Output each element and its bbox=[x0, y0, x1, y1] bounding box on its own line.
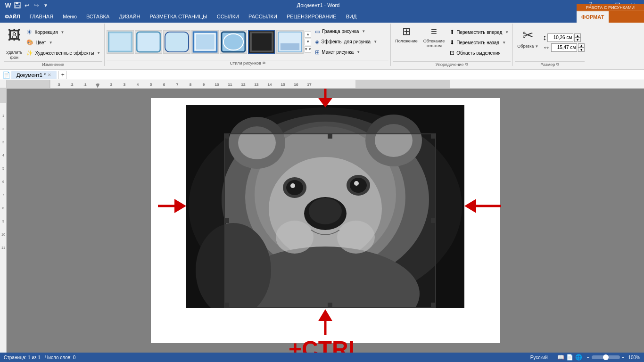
height-spin-down[interactable]: ▼ bbox=[574, 38, 581, 42]
style-thumb-4[interactable] bbox=[191, 30, 219, 54]
doc-tab[interactable]: Документ1 * ✕ bbox=[11, 71, 57, 79]
save-button[interactable] bbox=[13, 1, 22, 9]
tab-references[interactable]: ССЫЛКИ bbox=[212, 10, 244, 23]
pic-style-btns: ▭ Граница рисунка ▼ ◈ Эффекты для рисунк… bbox=[313, 26, 388, 58]
tab-insert[interactable]: ВСТАВКА bbox=[82, 10, 114, 23]
pic-styles-expand-icon[interactable]: ⧉ bbox=[263, 61, 265, 66]
customize-qat-button[interactable]: ▼ bbox=[41, 1, 50, 9]
pic-border-icon: ▭ bbox=[315, 28, 320, 35]
zoom-in-btn[interactable]: + bbox=[622, 355, 625, 360]
tab-review[interactable]: РЕЦЕНЗИРОВАНИЕ bbox=[282, 10, 341, 23]
svg-text:6: 6 bbox=[2, 180, 4, 183]
wrap-text-button[interactable]: ≡ Обтеканиетекстом bbox=[421, 24, 447, 61]
arrange-group-label: Упорядочение ⧉ bbox=[393, 61, 511, 67]
tab-layout[interactable]: РАЗМЕТКА СТРАНИЦЫ bbox=[145, 10, 212, 23]
arrange-expand-icon[interactable]: ⧉ bbox=[465, 62, 468, 67]
title-bar-left: W ↩ ↪ ▼ bbox=[4, 1, 50, 9]
arrow-right bbox=[464, 197, 502, 216]
zoom-out-btn[interactable]: − bbox=[587, 355, 590, 360]
art-effects-button[interactable]: ✨ Художественные эффекты ▼ bbox=[25, 48, 102, 58]
word-logo: W bbox=[4, 1, 12, 9]
svg-text:4: 4 bbox=[2, 154, 4, 157]
svg-point-63 bbox=[309, 198, 342, 224]
style-scroll-btns: ▲ ▼ ▼▼ bbox=[305, 31, 311, 53]
v-ruler-svg: 1 2 3 4 5 6 7 8 9 10 11 bbox=[0, 89, 7, 353]
art-effects-label: Художественные эффекты bbox=[35, 50, 94, 56]
page-scroll-area[interactable]: +CTRL bbox=[7, 89, 644, 353]
scroll-up-btn[interactable]: ▲ bbox=[305, 31, 311, 38]
koala-image bbox=[186, 105, 464, 308]
zoom-thumb bbox=[603, 354, 609, 360]
svg-text:16: 16 bbox=[294, 82, 298, 87]
doc-tab-close[interactable]: ✕ bbox=[48, 73, 51, 77]
style-thumbnails-row: ▲ ▼ ▼▼ bbox=[107, 30, 311, 54]
tab-design[interactable]: ДИЗАЙН bbox=[114, 10, 145, 23]
print-layout-btn[interactable]: 📄 bbox=[566, 354, 573, 361]
redo-button[interactable]: ↪ bbox=[32, 1, 41, 9]
help-button[interactable]: ? bbox=[586, 0, 595, 8]
pic-styles-wrapper: ▲ ▼ ▼▼ ▭ Граница рисунка ▼ ◈ Эффекты для… bbox=[107, 24, 388, 66]
scroll-down-btn[interactable]: ▼ bbox=[305, 39, 311, 45]
height-input[interactable] bbox=[547, 33, 573, 42]
style-thumb-1[interactable] bbox=[107, 30, 134, 54]
width-input[interactable] bbox=[551, 43, 577, 52]
send-backward-button[interactable]: ⬇ Переместить назад ▼ bbox=[448, 37, 511, 48]
color-button[interactable]: 🎨 Цвет ▼ bbox=[25, 37, 102, 48]
remove-bg-icon: 🖼 bbox=[8, 27, 21, 43]
size-expand-icon[interactable]: ⧉ bbox=[556, 62, 559, 67]
read-mode-btn[interactable]: 📖 bbox=[557, 354, 564, 361]
image-container[interactable] bbox=[186, 105, 464, 308]
tab-file[interactable]: ФАЙЛ bbox=[0, 10, 25, 23]
remove-bg-button[interactable]: 🖼 Удалитьфон bbox=[4, 24, 25, 61]
tab-view[interactable]: ВИД bbox=[341, 10, 362, 23]
adjust-small-btns: ☀ Коррекция ▼ 🎨 Цвет ▼ ✨ Художественные … bbox=[25, 27, 102, 58]
bring-forward-icon: ⬆ bbox=[450, 29, 454, 35]
correction-icon: ☀ bbox=[26, 28, 33, 36]
pic-effects-icon: ◈ bbox=[315, 39, 319, 45]
selection-pane-button[interactable]: ⊡ Область выделения bbox=[448, 48, 511, 58]
svg-rect-11 bbox=[249, 31, 274, 53]
width-icon: ↔ bbox=[543, 43, 550, 52]
doc-icon[interactable]: 📄 bbox=[2, 71, 10, 79]
position-button[interactable]: ⊞ Положение bbox=[393, 24, 420, 61]
svg-text:-3: -3 bbox=[57, 82, 60, 87]
word-count: Число слов: 0 bbox=[45, 355, 75, 360]
pic-layout-button[interactable]: ⊞ Макет рисунка ▼ bbox=[313, 47, 388, 58]
svg-text:7: 7 bbox=[176, 82, 179, 87]
adjust-group-wrapper: 🖼 Удалитьфон ☀ Коррекция ▼ 🎨 Цвет ▼ bbox=[4, 24, 102, 66]
color-label: Цвет bbox=[35, 40, 46, 45]
tab-format[interactable]: ФОРМАТ bbox=[577, 10, 609, 23]
svg-marker-77 bbox=[174, 199, 186, 213]
tab-home[interactable]: ГЛАВНАЯ bbox=[25, 10, 58, 23]
width-spin: ▲ ▼ bbox=[578, 43, 585, 52]
svg-rect-9 bbox=[222, 32, 245, 51]
language: Русский bbox=[530, 355, 548, 360]
style-thumb-7[interactable] bbox=[276, 30, 304, 54]
style-thumb-3[interactable] bbox=[163, 30, 190, 54]
bring-forward-button[interactable]: ⬆ Переместить вперед ▼ bbox=[448, 27, 511, 37]
main-area: 1 2 3 4 5 6 7 8 9 10 11 bbox=[0, 89, 644, 353]
svg-rect-7 bbox=[193, 32, 217, 51]
width-spin-down[interactable]: ▼ bbox=[578, 48, 585, 52]
ruler-row: -3 -2 -1 1 2 3 4 5 6 7 8 9 10 11 12 13 1 bbox=[0, 80, 644, 89]
height-field: ↕ ▲ ▼ bbox=[543, 33, 585, 42]
svg-text:8: 8 bbox=[190, 82, 192, 87]
zoom-slider[interactable] bbox=[592, 355, 620, 359]
web-layout-btn[interactable]: 🌐 bbox=[575, 354, 582, 361]
style-thumb-6[interactable] bbox=[248, 30, 275, 54]
add-tab-btn[interactable]: + bbox=[58, 71, 67, 79]
undo-button[interactable]: ↩ bbox=[23, 1, 31, 9]
tab-menu[interactable]: Меню bbox=[58, 10, 82, 23]
pic-effects-button[interactable]: ◈ Эффекты для рисунка ▼ bbox=[313, 37, 388, 47]
style-thumb-2[interactable] bbox=[135, 30, 162, 54]
width-spin-up[interactable]: ▲ bbox=[578, 43, 585, 48]
tab-mailings[interactable]: РАССЫЛКИ bbox=[244, 10, 282, 23]
scroll-more-btn[interactable]: ▼▼ bbox=[305, 46, 311, 53]
style-thumb-5[interactable] bbox=[220, 30, 247, 54]
height-spin-up[interactable]: ▲ bbox=[574, 33, 581, 38]
svg-marker-75 bbox=[318, 98, 332, 107]
pic-border-button[interactable]: ▭ Граница рисунка ▼ bbox=[313, 26, 388, 37]
crop-button[interactable]: ✂ Обрезка ▼ bbox=[515, 24, 541, 61]
correction-button[interactable]: ☀ Коррекция ▼ bbox=[25, 27, 102, 37]
ribbon: 🖼 Удалитьфон ☀ Коррекция ▼ 🎨 Цвет ▼ bbox=[0, 23, 644, 70]
